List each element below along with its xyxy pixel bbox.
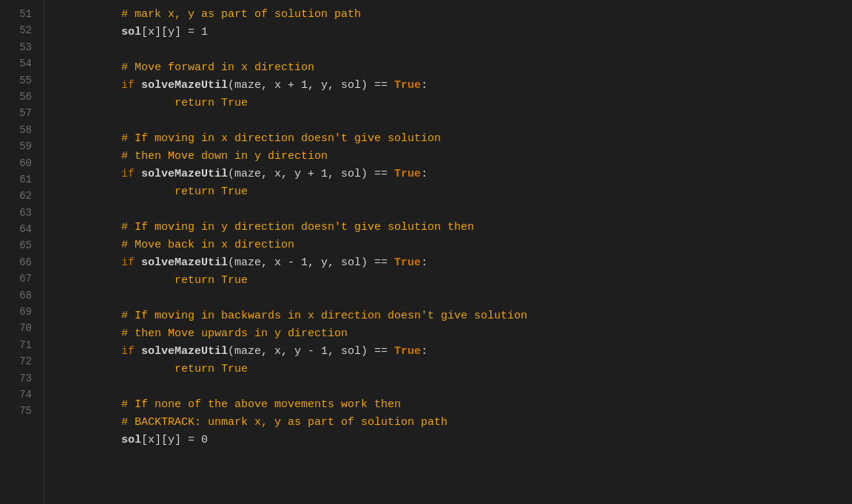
code-line-52: sol[x][y] = 1 — [68, 24, 852, 41]
ln-62: 62 — [0, 188, 44, 204]
comment-73: # If none of the above movements work th… — [121, 398, 401, 411]
ln-51: 51 — [0, 6, 44, 22]
comment-63: # If moving in y direction doesn't give … — [121, 221, 474, 234]
comment-74: # BACKTRACK: unmark x, y as part of solu… — [121, 416, 447, 429]
code-line-58: # If moving in x direction doesn't give … — [68, 130, 852, 148]
ln-56: 56 — [0, 89, 44, 105]
code-line-51: # mark x, y as part of solution path — [68, 6, 852, 24]
code-line-54: # Move forward in x direction — [68, 59, 852, 77]
code-line-70: if solveMazeUtil(maze, x, y - 1, sol) ==… — [68, 343, 852, 361]
ln-73: 73 — [0, 370, 44, 386]
code-line-53 — [68, 41, 852, 59]
code-lines[interactable]: # mark x, y as part of solution path sol… — [44, 0, 852, 504]
code-line-71: return True — [68, 361, 852, 378]
code-line-75: sol[x][y] = 0 — [68, 432, 852, 449]
ln-60: 60 — [0, 155, 44, 171]
ln-69: 69 — [0, 304, 44, 320]
code-line-64: # Move back in x direction — [68, 236, 852, 254]
code-line-55: if solveMazeUtil(maze, x + 1, y, sol) ==… — [68, 77, 852, 95]
comment-54: # Move forward in x direction — [121, 61, 314, 74]
code-line-74: # BACKTRACK: unmark x, y as part of solu… — [68, 414, 852, 432]
comment-64: # Move back in x direction — [121, 239, 294, 251]
code-line-68: # If moving in backwards in x direction … — [68, 307, 852, 325]
ln-57: 57 — [0, 105, 44, 121]
code-line-60: if solveMazeUtil(maze, x, y + 1, sol) ==… — [68, 166, 852, 183]
comment-69: # then Move upwards in y direction — [121, 327, 348, 340]
code-line-62 — [68, 201, 852, 219]
comment-51: # mark x, y as part of solution path — [121, 8, 361, 21]
ln-72: 72 — [0, 353, 44, 370]
code-line-72 — [68, 378, 852, 396]
ln-55: 55 — [0, 72, 44, 89]
code-line-65: if solveMazeUtil(maze, x - 1, y, sol) ==… — [68, 254, 852, 272]
code-line-56: return True — [68, 95, 852, 112]
ln-65: 65 — [0, 237, 44, 253]
ln-54: 54 — [0, 55, 44, 72]
comment-58: # If moving in x direction doesn't give … — [121, 132, 441, 145]
ln-61: 61 — [0, 171, 44, 188]
ln-75: 75 — [0, 403, 44, 419]
code-line-69: # then Move upwards in y direction — [68, 325, 852, 343]
ln-58: 58 — [0, 122, 44, 138]
code-line-57 — [68, 112, 852, 130]
ln-71: 71 — [0, 337, 44, 353]
comment-68: # If moving in backwards in x direction … — [121, 310, 527, 322]
ln-67: 67 — [0, 270, 44, 287]
ln-63: 63 — [0, 205, 44, 221]
code-editor: 51 52 53 54 55 56 57 58 59 60 61 62 63 6… — [0, 0, 852, 504]
code-line-67 — [68, 290, 852, 307]
ln-66: 66 — [0, 254, 44, 270]
code-line-66: return True — [68, 272, 852, 290]
code-line-63: # If moving in y direction doesn't give … — [68, 219, 852, 236]
ln-70: 70 — [0, 320, 44, 336]
ln-59: 59 — [0, 138, 44, 154]
ln-52: 52 — [0, 22, 44, 38]
ln-53: 53 — [0, 39, 44, 55]
line-numbers: 51 52 53 54 55 56 57 58 59 60 61 62 63 6… — [0, 0, 44, 504]
ln-74: 74 — [0, 386, 44, 403]
ln-68: 68 — [0, 287, 44, 304]
code-line-59: # then Move down in y direction — [68, 148, 852, 166]
comment-59: # then Move down in y direction — [121, 150, 328, 163]
code-line-73: # If none of the above movements work th… — [68, 396, 852, 414]
code-line-61: return True — [68, 183, 852, 201]
ln-64: 64 — [0, 221, 44, 237]
